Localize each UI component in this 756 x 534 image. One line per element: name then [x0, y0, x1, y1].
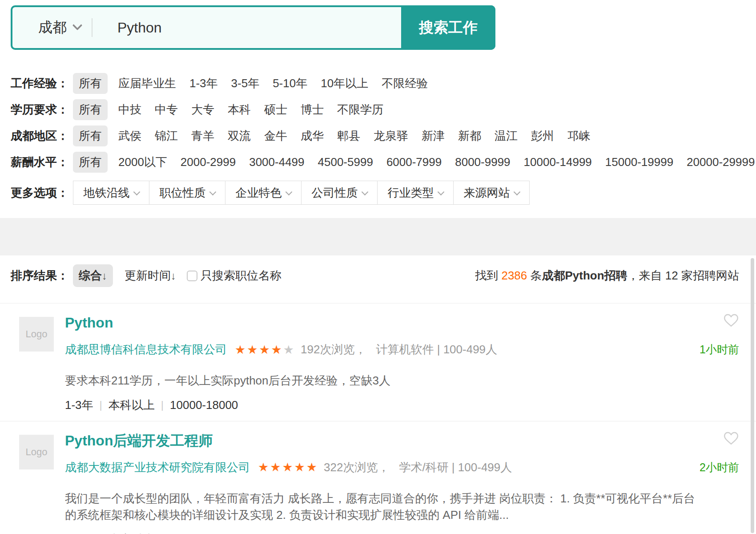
more-filter-dropdown[interactable]: 职位性质: [149, 181, 225, 205]
scrollbar-thumb[interactable]: [751, 258, 754, 533]
section-separator-band: [0, 218, 756, 255]
sort-comprehensive-button[interactable]: 综合↓: [73, 264, 113, 287]
filter-option[interactable]: 2000以下: [118, 154, 167, 170]
meta-separator: |: [100, 399, 102, 411]
filter-option-selected[interactable]: 所有: [73, 152, 108, 173]
filter-option[interactable]: 龙泉驿: [374, 128, 408, 144]
job-card: Logo Python 成都思博信科信息技术有限公司 ★★★★★ 192次浏览，…: [0, 303, 756, 421]
filter-option[interactable]: 新津: [422, 128, 445, 144]
result-summary: 找到 2386 条成都Python招聘，来自 12 家招聘网站: [475, 268, 739, 283]
favorite-heart-icon[interactable]: [723, 313, 739, 328]
job-description: 要求本科211学历，一年以上实际python后台开发经验，空缺3人: [65, 372, 701, 389]
filter-option[interactable]: 不限经验: [382, 76, 428, 91]
title-only-checkbox-label: 只搜索职位名称: [201, 268, 281, 283]
filter-row: 学历要求：所有中技中专大专本科硕士博士不限学历: [11, 97, 756, 123]
chevron-down-icon: [513, 188, 520, 195]
chevron-down-icon: [209, 188, 216, 195]
dropdown-label: 来源网站: [464, 185, 510, 201]
filter-option[interactable]: 双流: [228, 128, 251, 144]
filter-option[interactable]: 中技: [118, 102, 141, 117]
filter-option[interactable]: 3000-4499: [249, 155, 304, 169]
sort-desc-arrow-icon: ↓: [102, 270, 107, 282]
filter-option[interactable]: 新都: [458, 128, 481, 144]
filter-option[interactable]: 不限学历: [337, 102, 383, 117]
dropdown-label: 地铁沿线: [84, 185, 130, 201]
filter-option[interactable]: 温江: [495, 128, 518, 144]
dropdown-label: 企业特色: [236, 185, 282, 201]
filter-label: 学历要求：: [11, 102, 73, 117]
filter-option[interactable]: 15000-19999: [605, 155, 673, 169]
filter-option[interactable]: 大专: [191, 102, 214, 117]
company-row: 成都大数据产业技术研究院有限公司 ★★★★★ 322次浏览， 学术/科研 | 1…: [65, 460, 739, 475]
city-selector[interactable]: 成都: [12, 18, 81, 37]
filter-option-selected[interactable]: 所有: [73, 125, 108, 146]
filter-option[interactable]: 8000-9999: [455, 155, 510, 169]
filter-option[interactable]: 本科: [228, 102, 251, 117]
chevron-down-icon: [133, 188, 140, 195]
job-title-link[interactable]: Python: [65, 314, 739, 331]
filter-option[interactable]: 锦江: [155, 128, 178, 144]
stars-filled: ★★★★: [235, 343, 283, 356]
filter-option[interactable]: 郫县: [337, 128, 360, 144]
filter-option-selected[interactable]: 所有: [73, 99, 108, 120]
sort-update-label: 更新时间: [125, 269, 171, 282]
dropdown-label: 行业类型: [388, 185, 434, 201]
more-filter-dropdown[interactable]: 行业类型: [377, 181, 454, 205]
filter-option[interactable]: 10000-14999: [524, 155, 592, 169]
salary-range: 10000-18000: [170, 398, 238, 412]
company-name-link[interactable]: 成都大数据产业技术研究院有限公司: [65, 460, 250, 475]
filter-option[interactable]: 邛崃: [567, 128, 591, 144]
filter-option[interactable]: 彭州: [531, 128, 554, 144]
favorite-heart-icon[interactable]: [723, 431, 739, 445]
company-name-link[interactable]: 成都思博信科信息技术有限公司: [65, 342, 227, 357]
more-filter-dropdown[interactable]: 来源网站: [453, 181, 530, 205]
education-requirement: 大专以上: [109, 532, 155, 534]
filter-option[interactable]: 青羊: [191, 128, 214, 144]
city-selector-value: 成都: [38, 18, 67, 37]
filter-option[interactable]: 6000-7999: [386, 155, 442, 169]
posted-time: 1小时前: [700, 342, 739, 357]
more-options-label: 更多选项：: [11, 185, 73, 201]
company-rating-stars: ★★★★★: [235, 343, 295, 357]
meta-separator: |: [161, 399, 164, 411]
dropdown-label: 职位性质: [160, 185, 206, 201]
filter-option[interactable]: 5-10年: [273, 76, 307, 91]
filter-option[interactable]: 博士: [301, 102, 324, 117]
sort-by-update-time-button[interactable]: 更新时间↓: [125, 268, 176, 283]
chevron-down-icon: [361, 188, 368, 195]
filter-label: 薪酬水平：: [11, 154, 73, 170]
job-description: 我们是一个成长型的团队，年轻而富有活力 成长路上，愿有志同道合的你，携手并进 岗…: [65, 490, 701, 524]
filter-panel: 工作经验：所有应届毕业生1-3年3-5年5-10年10年以上不限经验学历要求：所…: [11, 70, 756, 175]
filter-option[interactable]: 2000-2999: [181, 155, 236, 169]
job-card: Logo Python后端开发工程师 成都大数据产业技术研究院有限公司 ★★★★…: [0, 421, 756, 534]
industry-and-size: 学术/科研 | 100-499人: [399, 460, 512, 475]
search-jobs-button[interactable]: 搜索工作: [401, 5, 495, 50]
filter-option[interactable]: 4500-5999: [318, 155, 373, 169]
filter-option[interactable]: 应届毕业生: [118, 76, 176, 91]
filter-option[interactable]: 金牛: [264, 128, 287, 144]
logo-placeholder-text: Logo: [26, 446, 48, 458]
job-search-bar: 成都 搜索工作: [11, 5, 495, 50]
filter-option[interactable]: 10年以上: [321, 76, 368, 91]
filter-option[interactable]: 硕士: [264, 102, 287, 117]
stars-empty: ★: [283, 343, 295, 356]
more-options-row: 更多选项： 地铁沿线职位性质企业特色公司性质行业类型来源网站: [11, 181, 756, 205]
more-filter-dropdown[interactable]: 企业特色: [225, 181, 302, 205]
filter-option[interactable]: 3-5年: [231, 76, 260, 91]
job-meta-row: 3-5年 | 大专以上 | 9000-18000: [65, 532, 739, 534]
more-filter-dropdown[interactable]: 公司性质: [301, 181, 378, 205]
filter-option[interactable]: 1-3年: [189, 76, 218, 91]
filter-option[interactable]: 中专: [155, 102, 178, 117]
filter-option-selected[interactable]: 所有: [73, 73, 108, 94]
filter-option[interactable]: 20000-29999: [687, 155, 755, 169]
title-only-checkbox[interactable]: [187, 271, 197, 281]
chevron-down-icon: [72, 20, 83, 31]
filter-option[interactable]: 武侯: [118, 128, 141, 144]
filter-row: 工作经验：所有应届毕业生1-3年3-5年5-10年10年以上不限经验: [11, 70, 756, 97]
job-title-link[interactable]: Python后端开发工程师: [65, 432, 739, 449]
filter-row: 薪酬水平：所有2000以下2000-29993000-44994500-5999…: [11, 149, 756, 175]
filter-option[interactable]: 成华: [301, 128, 324, 144]
company-logo: Logo: [19, 435, 54, 469]
experience-requirement: 3-5年: [65, 532, 93, 534]
more-filter-dropdown[interactable]: 地铁沿线: [73, 181, 149, 205]
